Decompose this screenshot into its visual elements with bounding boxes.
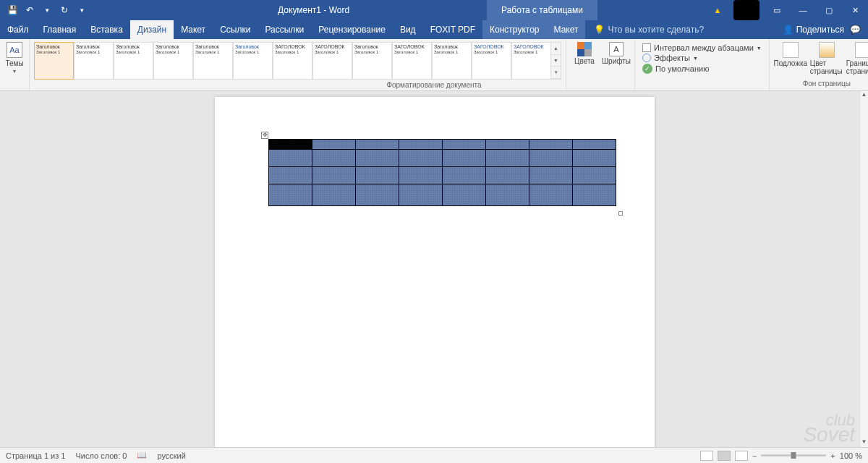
comments-icon[interactable]: 💬 (850, 25, 861, 35)
ribbon-tabs: Файл Главная Вставка Дизайн Макет Ссылки… (0, 20, 868, 39)
tab-home[interactable]: Главная (36, 20, 84, 39)
zoom-level[interactable]: 100 % (840, 451, 862, 460)
gallery-more-icon[interactable]: ▾ (551, 67, 561, 79)
page[interactable]: ✥ (215, 97, 655, 447)
gallery-item[interactable]: ЗАГОЛОВОКЗаголовок 1 (511, 42, 551, 80)
vertical-scrollbar[interactable]: ▲ ▼ (859, 91, 868, 447)
scroll-up-icon[interactable]: ▲ (860, 91, 868, 100)
undo-more-icon[interactable]: ▾ (42, 5, 52, 15)
gallery-item[interactable]: ЗАГОЛОВОКЗаголовок 1 (312, 42, 352, 80)
themes-icon: Aa (7, 42, 22, 58)
close-icon[interactable]: ✕ (842, 0, 868, 20)
paragraph-spacing-button[interactable]: Интервал между абзацами▼ (642, 43, 762, 52)
tell-me-placeholder: Что вы хотите сделать? (608, 25, 704, 35)
undo-icon[interactable]: ↶ (25, 5, 35, 15)
page-bg-group-label: Фон страницы (803, 80, 851, 88)
tab-view[interactable]: Вид (393, 20, 423, 39)
gallery-item[interactable]: ЗаголовокЗаголовок 1 (74, 42, 114, 80)
effects-button[interactable]: Эффекты▼ (642, 54, 762, 62)
zoom-in-icon[interactable]: + (830, 451, 835, 460)
table-move-handle[interactable]: ✥ (261, 132, 268, 139)
check-icon: ✓ (642, 64, 652, 74)
table-resize-handle[interactable] (618, 211, 623, 216)
status-page[interactable]: Страница 1 из 1 (6, 451, 65, 460)
effects-icon (642, 54, 651, 62)
gallery-item[interactable]: ЗаголовокЗаголовок 1 (432, 42, 472, 80)
tab-references[interactable]: Ссылки (213, 20, 258, 39)
paragraph-spacing-group: Интервал между абзацами▼ Эффекты▼ ✓По ум… (635, 39, 769, 90)
gallery-scroll[interactable]: ▲▼▾ (551, 42, 561, 80)
share-label: Поделиться (796, 25, 844, 35)
tab-review[interactable]: Рецензирование (311, 20, 393, 39)
share-button[interactable]: 👤 Поделиться (783, 25, 844, 35)
chevron-down-icon[interactable]: ▼ (551, 55, 561, 67)
window-controls: ▲ ▭ — ▢ ✕ (705, 0, 868, 20)
maximize-icon[interactable]: ▢ (816, 0, 842, 20)
set-default-button[interactable]: ✓По умолчанию (642, 64, 762, 74)
watermark-button[interactable]: Подложка (774, 42, 807, 75)
redo-icon[interactable]: ↻ (59, 5, 69, 15)
tab-file[interactable]: Файл (0, 20, 36, 39)
chevron-down-icon: ▼ (757, 46, 762, 51)
spacing-label: Интервал между абзацами (654, 43, 754, 52)
tab-design[interactable]: Дизайн (130, 20, 174, 39)
colors-button[interactable]: Цвета (571, 42, 598, 65)
status-bar: Страница 1 из 1 Число слов: 0 📖 русский … (0, 447, 868, 463)
tab-table-layout[interactable]: Макет (547, 20, 586, 39)
qat-customize-icon[interactable]: ▾ (77, 5, 87, 15)
page-color-button[interactable]: Цвет страницы (810, 42, 843, 75)
tab-foxit[interactable]: FOXIT PDF (423, 20, 482, 39)
chevron-down-icon: ▼ (12, 69, 17, 74)
status-word-count[interactable]: Число слов: 0 (75, 451, 127, 460)
document-title: Документ1 - Word (271, 5, 357, 15)
doc-formatting-group-label: Форматирование документа (386, 81, 481, 89)
view-web-layout[interactable] (735, 451, 748, 461)
share-icon: 👤 (783, 25, 793, 35)
minimize-icon[interactable]: — (790, 0, 816, 20)
warning-icon[interactable]: ▲ (705, 0, 731, 20)
view-print-layout[interactable] (718, 451, 731, 461)
watermark-icon (783, 42, 799, 58)
gallery-item[interactable]: ЗАГОЛОВОКЗаголовок 1 (273, 42, 312, 80)
page-background-group: Подложка Цвет страницы Границы страниц Ф… (769, 39, 868, 90)
chevron-up-icon[interactable]: ▲ (551, 43, 561, 55)
zoom-out-icon[interactable]: − (752, 451, 757, 460)
gallery-item[interactable]: ЗаголовокЗаголовок 1 (233, 42, 273, 80)
page-borders-label: Границы страниц (846, 59, 868, 75)
tell-me-search[interactable]: 💡 Что вы хотите сделать? (585, 20, 704, 39)
quick-access-toolbar: 💾 ↶ ▾ ↻ ▾ (0, 5, 87, 15)
gallery-item[interactable]: ЗАГОЛОВОКЗаголовок 1 (392, 42, 432, 80)
proofing-icon[interactable]: 📖 (137, 451, 147, 460)
themes-button[interactable]: Aa Темы ▼ (4, 42, 25, 74)
gallery-item[interactable]: ЗаголовокЗаголовок 1 (153, 42, 193, 80)
gallery-item[interactable]: ЗаголовокЗаголовок 1 (352, 42, 392, 80)
chevron-down-icon: ▼ (693, 56, 698, 61)
save-icon[interactable]: 💾 (7, 5, 17, 15)
page-borders-button[interactable]: Границы страниц (846, 42, 868, 75)
themes-label: Темы (5, 59, 23, 67)
fonts-label: Шрифты (602, 57, 631, 65)
fonts-icon: A (609, 42, 624, 56)
colors-icon (577, 42, 592, 56)
gallery-item[interactable]: ЗАГОЛОВОКЗаголовок 1 (472, 42, 511, 80)
tab-insert[interactable]: Вставка (83, 20, 130, 39)
view-read-mode[interactable] (700, 451, 713, 461)
gallery-item[interactable]: ЗаголовокЗаголовок 1 (193, 42, 233, 80)
document-formatting-gallery[interactable]: ЗаголовокЗаголовок 1 ЗаголовокЗаголовок … (34, 42, 561, 80)
zoom-slider[interactable] (761, 454, 826, 456)
tab-table-constructor[interactable]: Конструктор (482, 20, 546, 39)
ribbon-display-icon[interactable]: ▭ (764, 0, 790, 20)
document-table[interactable] (268, 139, 616, 206)
gallery-item[interactable]: ЗаголовокЗаголовок 1 (34, 42, 74, 80)
tab-mailings[interactable]: Рассылки (258, 20, 311, 39)
status-language[interactable]: русский (157, 451, 185, 460)
scroll-down-icon[interactable]: ▼ (860, 438, 868, 447)
effects-label: Эффекты (654, 54, 690, 62)
page-borders-icon (855, 42, 868, 58)
gallery-item[interactable]: ЗаголовокЗаголовок 1 (114, 42, 153, 80)
tab-layout[interactable]: Макет (174, 20, 213, 39)
default-label: По умолчанию (655, 64, 709, 73)
fonts-button[interactable]: A Шрифты (603, 42, 630, 65)
page-color-label: Цвет страницы (810, 59, 843, 75)
document-area[interactable]: ✥ (0, 91, 859, 447)
